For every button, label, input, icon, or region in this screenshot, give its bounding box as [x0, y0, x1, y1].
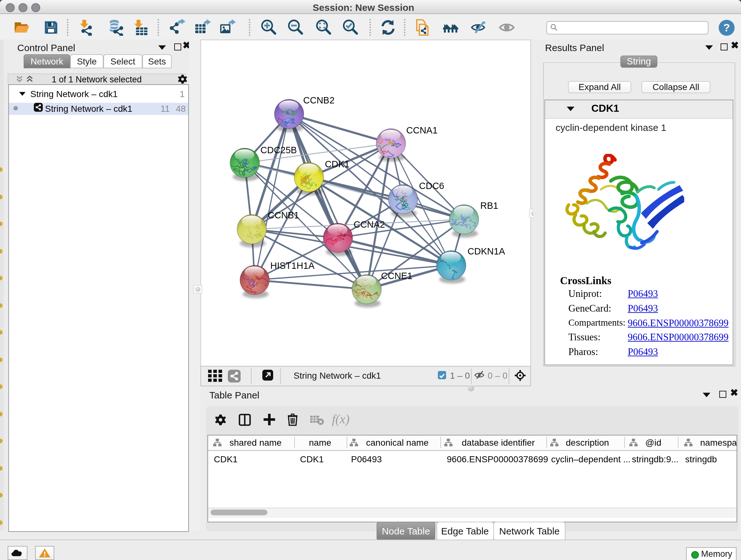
svg-text:CDC6: CDC6: [419, 181, 444, 191]
svg-text:RB1: RB1: [480, 200, 498, 211]
svg-text:CCNA1: CCNA1: [406, 125, 437, 135]
svg-text:CCNA2: CCNA2: [354, 219, 385, 230]
svg-text:CCNB2: CCNB2: [303, 95, 334, 105]
svg-text:CDC25B: CDC25B: [260, 145, 297, 155]
svg-text:HIST1H1A: HIST1H1A: [270, 260, 315, 271]
svg-text:CDK1: CDK1: [325, 159, 349, 169]
svg-text:CDKN1A: CDKN1A: [468, 246, 505, 256]
svg-text:CCNB1: CCNB1: [268, 210, 299, 220]
svg-text:CCNE1: CCNE1: [381, 271, 412, 281]
